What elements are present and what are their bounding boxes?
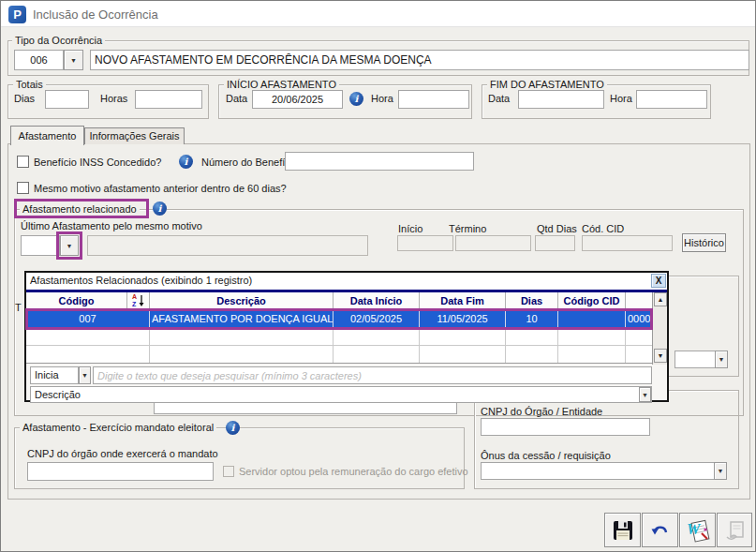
servidor-optou-checkbox xyxy=(223,466,234,477)
fim-afastamento-label: FIM DO AFASTAMENTO xyxy=(487,79,607,90)
fim-hora-input[interactable] xyxy=(636,90,707,109)
search-mode-dropdown-button[interactable] xyxy=(79,366,91,384)
fim-data-label: Data xyxy=(488,93,510,104)
titlebar: P Inclusão de Ocorrência xyxy=(1,1,755,27)
svg-text:W: W xyxy=(687,521,702,537)
inicio-hora-input[interactable] xyxy=(398,90,469,109)
col-header-clipped xyxy=(626,292,652,309)
tab-informacoes-gerais-label: Informações Gerais xyxy=(90,130,180,142)
table-row-empty[interactable] xyxy=(26,346,652,364)
inicio-col-label: Início xyxy=(398,223,422,234)
col-header-descricao[interactable]: Descrição xyxy=(150,292,334,309)
window-title: Inclusão de Ocorrência xyxy=(33,7,158,22)
totais-horas-label: Horas xyxy=(100,93,127,104)
cnpj-mandato-label: CNPJ do órgão onde exercerá o mandato xyxy=(27,448,218,459)
hidden-group-label-fragment: T xyxy=(15,302,22,313)
app-logo-icon: P xyxy=(8,6,26,23)
inicio-data-input[interactable] xyxy=(252,90,343,109)
tab-afastamento[interactable]: Afastamento xyxy=(10,126,84,145)
undo-button[interactable] xyxy=(642,513,678,547)
termino-col-label: Término xyxy=(449,223,486,234)
col-header-dias[interactable]: Dias xyxy=(506,292,558,309)
ultimo-afastamento-description-field xyxy=(87,235,368,256)
col-header-codigo[interactable]: Código xyxy=(26,292,127,309)
fim-data-input[interactable] xyxy=(518,90,604,109)
scroll-up-icon[interactable]: ▲ xyxy=(654,292,667,306)
inicio-afastamento-label: INÍCIO AFASTAMENTO xyxy=(224,79,339,90)
annotation-highlight-dropdown xyxy=(56,231,82,260)
sign-button-disabled xyxy=(717,513,752,547)
mandato-eleitoral-label: Afastamento - Exercício mandato eleitora… xyxy=(20,422,216,433)
dialog-inclusao-ocorrencia: P Inclusão de Ocorrência Tipo da Ocorrên… xyxy=(0,0,756,552)
annotation-highlight-afastamento-relacionado xyxy=(14,199,149,218)
ultimo-afastamento-combo-input[interactable] xyxy=(21,235,60,256)
cod-cid-col-label: Cód. CID xyxy=(582,223,624,234)
ultimo-afastamento-label: Último Afastamento pelo mesmo motivo xyxy=(21,220,202,231)
inicio-hora-label: Hora xyxy=(371,93,393,104)
close-icon[interactable]: X xyxy=(651,274,666,288)
annotation-highlight-selected-row xyxy=(25,308,653,330)
beneficio-inss-label: Benefício INSS Concedido? xyxy=(34,157,161,168)
numero-beneficio-input[interactable] xyxy=(285,152,474,171)
table-row-empty[interactable] xyxy=(26,328,652,346)
info-icon[interactable]: i xyxy=(153,201,167,216)
tipo-ocorrencia-description-field[interactable] xyxy=(90,50,749,70)
col-header-data-inicio[interactable]: Data Início xyxy=(334,292,420,309)
annotation-icon: W xyxy=(686,518,712,545)
servidor-optou-label: Servidor optou pela remuneração do cargo… xyxy=(239,466,468,477)
annotation-button[interactable]: W xyxy=(679,513,716,547)
popup-title: Afastamentos Relacionados (exibindo 1 re… xyxy=(26,273,667,290)
fim-hora-label: Hora xyxy=(610,93,632,104)
search-mode-combo[interactable]: Inicia com xyxy=(30,366,79,384)
numero-beneficio-label: Número do Benefício xyxy=(201,157,298,168)
svg-text:Z: Z xyxy=(132,301,137,307)
beneficio-inss-checkbox[interactable] xyxy=(17,156,29,168)
col-header-data-fim[interactable]: Data Fim xyxy=(420,292,506,309)
totais-label: Totais xyxy=(13,79,46,90)
onus-cessao-combo-input[interactable] xyxy=(481,462,715,480)
popup-afastamentos-relacionados: Afastamentos Relacionados (exibindo 1 re… xyxy=(24,271,669,402)
onus-cessao-label: Ônus da cessão / requisição xyxy=(481,450,611,461)
col-header-codigo-cid[interactable]: Código CID xyxy=(558,292,626,309)
undo-icon xyxy=(648,518,673,543)
tipo-ocorrencia-dropdown-button[interactable] xyxy=(64,50,83,70)
info-icon[interactable]: i xyxy=(179,155,193,169)
search-field-dropdown-button[interactable] xyxy=(639,387,651,402)
cod-cid-disabled-field xyxy=(582,235,673,251)
tipo-ocorrencia-label: Tipo da Ocorrência xyxy=(12,35,105,46)
svg-text:A: A xyxy=(132,293,137,300)
cnpj-mandato-input[interactable] xyxy=(27,462,214,481)
sign-icon xyxy=(723,518,748,543)
tab-afastamento-label: Afastamento xyxy=(19,130,77,142)
onus-cessao-dropdown-button[interactable] xyxy=(714,462,727,480)
mesmo-motivo-label: Mesmo motivo afastamento anterior dentro… xyxy=(34,183,287,194)
cnpj-orgao-entidade-input[interactable] xyxy=(481,418,650,436)
info-icon[interactable]: i xyxy=(349,92,363,106)
info-icon[interactable]: i xyxy=(226,421,240,435)
search-field-combo[interactable]: Descrição xyxy=(30,386,652,403)
tipo-ocorrencia-code-input[interactable] xyxy=(14,50,64,70)
save-icon xyxy=(611,518,635,543)
search-input[interactable] xyxy=(93,366,652,384)
inicio-disabled-field xyxy=(397,235,453,251)
cnpj-orgao-entidade-label: CNPJ do Órgão / Entidade xyxy=(481,406,602,417)
qtd-dias-disabled-field xyxy=(535,235,575,251)
sort-az-icon[interactable]: A Z xyxy=(127,292,150,309)
scroll-down-icon[interactable]: ▼ xyxy=(654,349,667,363)
termino-disabled-field xyxy=(455,235,531,251)
mesmo-motivo-checkbox[interactable] xyxy=(17,182,29,194)
right-partial-combo-input[interactable] xyxy=(674,351,716,368)
inicio-data-label: Data xyxy=(226,93,247,104)
totais-dias-label: Dias xyxy=(14,93,35,104)
grid-scrollbar[interactable]: ▲ ▼ xyxy=(652,292,667,365)
right-partial-combo-dropdown-button[interactable] xyxy=(715,351,728,368)
totais-dias-input[interactable] xyxy=(45,90,89,109)
totais-horas-input[interactable] xyxy=(135,90,202,109)
qtd-dias-col-label: Qtd Dias xyxy=(537,223,577,234)
save-button[interactable] xyxy=(604,513,641,547)
historico-button[interactable]: Histórico xyxy=(682,233,726,252)
tab-informacoes-gerais[interactable]: Informações Gerais xyxy=(84,127,185,144)
